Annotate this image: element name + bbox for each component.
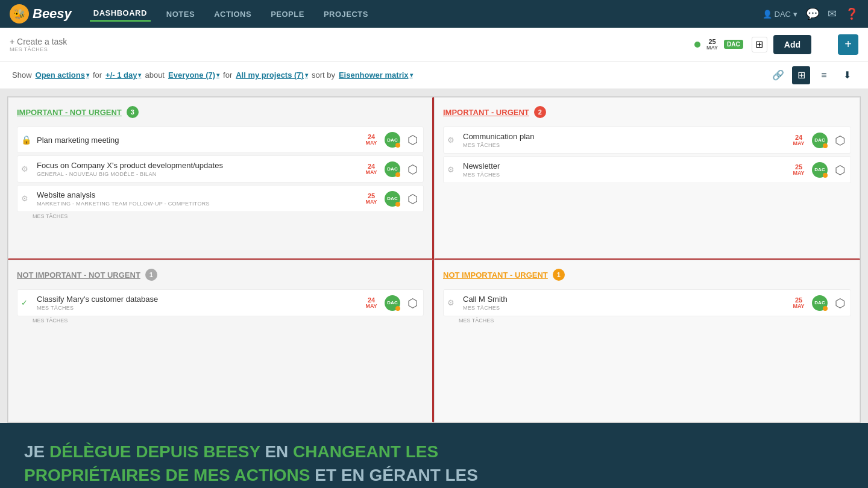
task-sub: MES TÂCHES — [463, 142, 785, 148]
list-view-btn[interactable]: ≡ — [815, 66, 833, 84]
status-dot — [694, 42, 700, 48]
nav-people[interactable]: PEOPLE — [267, 7, 308, 21]
range-label: +/- 1 day — [105, 70, 137, 80]
task-row: 🔒 Plan marketing meeting 24 MAY DAC ⬡ — [17, 127, 424, 153]
quadrant-important-urgent: IMPORTANT - URGENT 2 ⚙ Communication pla… — [434, 97, 860, 260]
plus-button[interactable]: + — [838, 34, 858, 55]
sort-label: sort by — [312, 70, 335, 80]
task-date: 24 MAY — [363, 296, 380, 310]
hex-icon[interactable]: ⬡ — [405, 162, 420, 177]
view-icons: 🔗 ⊞ ≡ ⬇ — [769, 66, 856, 84]
task-name: Classify Mary's customer database — [37, 295, 358, 304]
quadrant-not-important-not-urgent: NOT IMPORTANT - NOT URGENT 1 ✓ Classify … — [8, 260, 434, 422]
task-input[interactable] — [10, 37, 688, 46]
open-actions-filter[interactable]: Open actions ▾ — [36, 70, 89, 80]
user-icon: 👤 — [763, 10, 772, 19]
orange-dot — [395, 172, 400, 177]
task-name: Communication plan — [463, 132, 785, 141]
quadrant-bl-header: NOT IMPORTANT - NOT URGENT 1 — [17, 269, 424, 281]
quadrant-tl-title[interactable]: IMPORTANT - NOT URGENT — [17, 108, 122, 117]
task-name: Focus on Company X's product development… — [37, 161, 358, 170]
quadrant-bl-count: 1 — [145, 269, 157, 281]
nav-projects[interactable]: PROJECTS — [320, 7, 372, 21]
nav-dashboard[interactable]: DASHBOARD — [90, 6, 151, 22]
everyone-arrow: ▾ — [216, 72, 219, 78]
logo-text: Beesy — [33, 6, 72, 22]
hex-icon[interactable]: ⬡ — [405, 296, 420, 310]
promo-normal-3: ET EN GÉRANT LES — [310, 466, 478, 484]
task-row: ⚙ Website analysis MARKETING - MARKETING… — [17, 185, 424, 212]
orange-dot — [823, 173, 828, 178]
filter-icon: ⚙ — [447, 165, 458, 174]
task-date: 25 MAY — [363, 192, 380, 205]
add-button[interactable]: Add — [773, 35, 811, 54]
promo-normal-1: JE — [24, 442, 49, 461]
task-info: Focus on Company X's product development… — [37, 161, 358, 177]
for-label-2: for — [223, 70, 232, 80]
quadrant-not-important-urgent: NOT IMPORTANT - URGENT 1 ⚙ Call M Smith … — [434, 260, 860, 422]
nav-right: 👤 DAC ▾ 💬 ✉ ❓ — [763, 7, 858, 20]
chevron-down-icon: ▾ — [793, 10, 797, 19]
date-badge: 25 MAY — [706, 38, 718, 51]
task-sub: MES TÂCHES — [37, 305, 358, 311]
mes-taches: MES TÂCHES — [17, 213, 424, 219]
matrix-filter[interactable]: Eisenhower matrix ▾ — [339, 70, 413, 80]
quadrant-tr-title[interactable]: IMPORTANT - URGENT — [443, 108, 529, 117]
hex-icon[interactable]: ⬡ — [832, 296, 847, 310]
user-dac-badge: DAC — [724, 40, 743, 49]
task-info: Communication plan MES TÂCHES — [463, 132, 785, 148]
promo-highlight-1: DÉLÈGUE DEPUIS BEESY — [49, 442, 260, 461]
check-icon: ✓ — [21, 298, 32, 307]
hex-icon[interactable]: ⬡ — [832, 133, 847, 148]
task-sub: GENERAL - NOUVEAU BIG MODÈLE - BILAN — [37, 171, 358, 177]
mail-icon[interactable]: ✉ — [828, 7, 837, 20]
projects-filter[interactable]: All my projects (7) ▾ — [236, 70, 308, 80]
lock-icon: 🔒 — [21, 135, 32, 145]
task-row: ⚙ Communication plan MES TÂCHES 24 MAY D… — [443, 127, 851, 154]
avatar: DAC — [812, 162, 828, 178]
quadrant-important-not-urgent: IMPORTANT - NOT URGENT 3 🔒 Plan marketin… — [8, 97, 434, 260]
range-arrow: ▾ — [138, 72, 141, 78]
projects-label: All my projects (7) — [236, 70, 304, 80]
hex-icon[interactable]: ⬡ — [405, 192, 420, 206]
hex-icon[interactable]: ⬡ — [405, 133, 420, 147]
mes-taches-label: MES TÂCHES — [10, 46, 688, 52]
user-menu[interactable]: 👤 DAC ▾ — [763, 10, 797, 19]
everyone-filter[interactable]: Everyone (7) ▾ — [168, 70, 219, 80]
grid-view-btn2[interactable]: ⊞ — [792, 66, 810, 84]
task-row: ✓ Classify Mary's customer database MES … — [17, 289, 424, 316]
task-info: Classify Mary's customer database MES TÂ… — [37, 295, 358, 311]
task-info: Website analysis MARKETING - MARKETING T… — [37, 190, 358, 207]
range-filter[interactable]: +/- 1 day ▾ — [105, 70, 141, 80]
avatar: DAC — [812, 295, 828, 311]
chat-icon[interactable]: 💬 — [806, 7, 819, 20]
task-info: Plan marketing meeting — [37, 136, 358, 145]
orange-dot — [823, 143, 828, 148]
quadrant-br-title[interactable]: NOT IMPORTANT - URGENT — [443, 271, 548, 280]
quadrant-tr-header: IMPORTANT - URGENT 2 — [443, 106, 851, 118]
for-label-1: for — [93, 70, 102, 80]
orange-dot — [395, 306, 400, 311]
grid-view-btn[interactable]: ⊞ — [752, 37, 767, 52]
task-sub: MES TÂCHES — [463, 172, 785, 178]
quadrant-tl-header: IMPORTANT - NOT URGENT 3 — [17, 106, 424, 118]
filter-icon: ⚙ — [447, 298, 458, 307]
nav-notes[interactable]: NOTES — [163, 7, 198, 21]
nav-actions[interactable]: ACTIONS — [210, 7, 255, 21]
quadrant-bl-title[interactable]: NOT IMPORTANT - NOT URGENT — [17, 271, 140, 280]
task-info: Call M Smith MES TÂCHES — [463, 295, 785, 311]
link-view-btn[interactable]: 🔗 — [769, 66, 787, 84]
task-date: 24 MAY — [363, 163, 380, 176]
help-icon[interactable]: ❓ — [845, 7, 858, 20]
task-sub: MES TÂCHES — [463, 305, 785, 311]
task-date: 24 MAY — [790, 134, 807, 147]
hex-icon[interactable]: ⬡ — [832, 163, 847, 177]
mes-taches: MES TÂCHES — [443, 318, 851, 324]
mes-taches: MES TÂCHES — [17, 318, 424, 324]
logo[interactable]: 🐝 Beesy — [10, 4, 72, 23]
task-date: 25 MAY — [790, 296, 807, 310]
download-btn[interactable]: ⬇ — [838, 66, 856, 84]
promo-text-2: PROPRIÉTAIRES DE MES ACTIONS ET EN GÉRAN… — [24, 463, 844, 487]
task-row: ⚙ Call M Smith MES TÂCHES 25 MAY DAC ⬡ — [443, 289, 851, 316]
show-label: Show — [12, 70, 32, 80]
